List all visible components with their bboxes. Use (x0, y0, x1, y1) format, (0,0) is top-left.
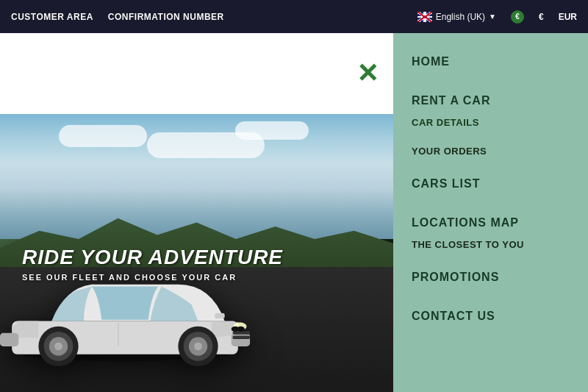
hero-section: RIDE YOUR ADVENTURE SEE OUR FLEET AND CH… (0, 114, 393, 392)
sidebar-your-orders-label[interactable]: YOUR ORDERS (412, 143, 570, 159)
svg-rect-18 (215, 313, 225, 318)
header-bar: CUSTOMER AREA CONFIRMATION NUMBER Englis… (0, 0, 588, 33)
flag-uk-icon (417, 12, 432, 22)
customer-area-link[interactable]: CUSTOMER AREA (11, 12, 93, 22)
sidebar-item-cars-list[interactable]: CARS LIST (412, 170, 570, 198)
hero-text-block: RIDE YOUR ADVENTURE SEE OUR FLEET AND CH… (22, 246, 283, 282)
sidebar-item-rent-a-car: RENT A CAR CAR DETAILS YOUR ORDERS (412, 87, 570, 159)
sidebar-promotions-label[interactable]: PROMOTIONS (412, 263, 570, 291)
hero-subtitle: SEE OUR FLEET AND CHOOSE YOUR CAR (22, 273, 283, 282)
svg-rect-3 (0, 333, 18, 346)
svg-point-16 (237, 327, 245, 332)
currency-name: EUR (559, 12, 577, 22)
sidebar-contact-us-label[interactable]: CONTACT US (412, 302, 570, 330)
euro-badge-icon[interactable]: € (511, 10, 524, 24)
svg-point-7 (194, 343, 202, 351)
sidebar-closest-to-you-label[interactable]: THE CLOSEST TO YOU (412, 237, 570, 252)
close-button[interactable]: ✕ (356, 60, 379, 87)
white-area: ✕ (0, 33, 393, 114)
svg-point-11 (54, 343, 62, 351)
sidebar-item-contact-us[interactable]: CONTACT US (412, 302, 570, 330)
main-layout: ✕ (0, 33, 588, 392)
sidebar-rent-a-car-label[interactable]: RENT A CAR (412, 87, 570, 115)
currency-code: € (539, 12, 544, 22)
sidebar-cars-list-label[interactable]: CARS LIST (412, 170, 570, 198)
sidebar-locations-map-label[interactable]: LOCATIONS MAP (412, 209, 570, 237)
sidebar: HOME RENT A CAR CAR DETAILS YOUR ORDERS … (393, 33, 588, 392)
chevron-down-icon: ▼ (489, 13, 496, 21)
svg-rect-2 (232, 333, 250, 346)
hero-title: RIDE YOUR ADVENTURE (22, 246, 283, 269)
sidebar-item-home[interactable]: HOME (412, 48, 570, 76)
language-label: English (UK) (436, 12, 485, 22)
sidebar-item-promotions[interactable]: PROMOTIONS (412, 263, 570, 291)
confirmation-number-link[interactable]: CONFIRMATION NUMBER (108, 12, 224, 22)
sidebar-car-details-label[interactable]: CAR DETAILS (412, 115, 570, 130)
sidebar-home-label[interactable]: HOME (412, 48, 570, 76)
cloud-decoration-3 (235, 121, 309, 140)
cloud-decoration-1 (59, 125, 147, 147)
content-area: ✕ (0, 33, 393, 392)
svg-rect-14 (233, 336, 251, 340)
language-selector[interactable]: English (UK) ▼ (417, 12, 496, 22)
sidebar-item-locations-map: LOCATIONS MAP THE CLOSEST TO YOU (412, 209, 570, 252)
